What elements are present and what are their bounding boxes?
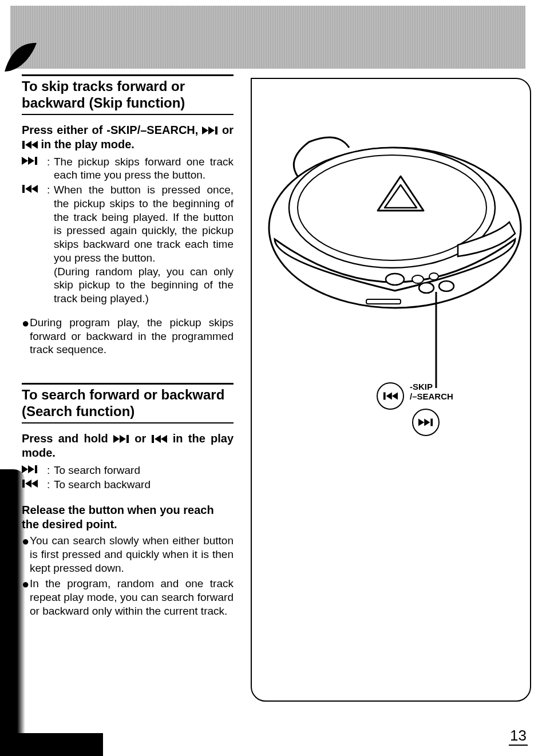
skip-forward-icon [113, 435, 129, 443]
text: When the button is pressed once, the pic… [54, 183, 234, 306]
figure-column: -SKIP /–SEARCH [251, 74, 525, 618]
text: (During random play, you can only skip p… [54, 266, 234, 305]
skip-forward-icon [22, 157, 38, 165]
search-backward-description: : To search backward [22, 478, 234, 492]
cd-player-illustration [252, 79, 532, 399]
skip-backward-icon [151, 435, 167, 443]
svg-point-4 [412, 275, 424, 283]
text: in the play mode. [41, 138, 134, 151]
scan-artifact-shadow [0, 733, 103, 756]
text: or [134, 432, 151, 445]
section1-note: ● During program play, the pickup skips … [22, 316, 234, 357]
search-forward-description: : To search forward [22, 464, 234, 477]
section2-note2: ● In the program, random and one track r… [22, 577, 234, 618]
skip-backward-icon [22, 185, 38, 193]
text-column: To skip tracks forward or backward (Skip… [22, 74, 234, 618]
text: You can search slowly when either button… [30, 534, 234, 575]
svg-point-5 [429, 273, 438, 280]
text: To search forward [54, 464, 234, 477]
callout-skip-back-button [377, 382, 404, 410]
rule [22, 422, 234, 423]
text: /–SEARCH [410, 391, 453, 401]
figure-frame: -SKIP /–SEARCH [251, 78, 531, 702]
scan-corner-mark [3, 40, 38, 74]
callout-skip-forward-button [412, 409, 440, 436]
text: -SKIP [410, 382, 433, 391]
release-instruction: Release the button when you reach the de… [22, 503, 234, 532]
svg-point-7 [439, 281, 454, 291]
svg-point-3 [386, 274, 404, 285]
section1-subhead: Press either of -SKIP/–SEARCH, or in the… [22, 123, 234, 152]
skip-backward-description: : When the button is pressed once, the p… [22, 183, 234, 306]
page-number: 13 [509, 727, 528, 746]
section2-subhead: Press and hold or in the play mode. [22, 432, 234, 460]
section2-note1: ● You can search slowly when either butt… [22, 534, 234, 575]
manual-page: To skip tracks forward or backward (Skip… [0, 0, 546, 756]
text: In the program, random and one track rep… [30, 577, 234, 618]
section2-title: To search forward or backward (Search fu… [22, 387, 234, 420]
text: Press either of -SKIP/–SEARCH, [22, 124, 202, 136]
section1-title: To skip tracks forward or backward (Skip… [22, 78, 234, 112]
text: Press and hold [22, 432, 113, 445]
text: When the button is pressed once, the pic… [54, 184, 234, 264]
scan-artifact-band [10, 6, 525, 69]
rule [22, 114, 234, 115]
skip-forward-icon [418, 418, 433, 426]
skip-forward-description: : The pickup skips forward one track eac… [22, 155, 234, 183]
rule [22, 74, 234, 76]
rule [22, 383, 234, 385]
text: or [222, 124, 234, 136]
text: During program play, the pickup skips fo… [30, 316, 234, 357]
skip-forward-icon [22, 465, 38, 473]
svg-rect-8 [366, 299, 401, 304]
svg-point-6 [419, 283, 434, 293]
content-columns: To skip tracks forward or backward (Skip… [22, 74, 525, 618]
scan-artifact-shadow [0, 469, 25, 738]
section2: To search forward or backward (Search fu… [22, 383, 234, 618]
callout-label: -SKIP /–SEARCH [410, 382, 453, 401]
bullet-icon: ● [22, 316, 30, 357]
skip-forward-icon [202, 126, 218, 134]
text: To search backward [54, 478, 234, 492]
skip-backward-icon [22, 141, 38, 149]
text: The pickup skips forward one track each … [54, 155, 234, 183]
skip-backward-icon [383, 392, 398, 400]
